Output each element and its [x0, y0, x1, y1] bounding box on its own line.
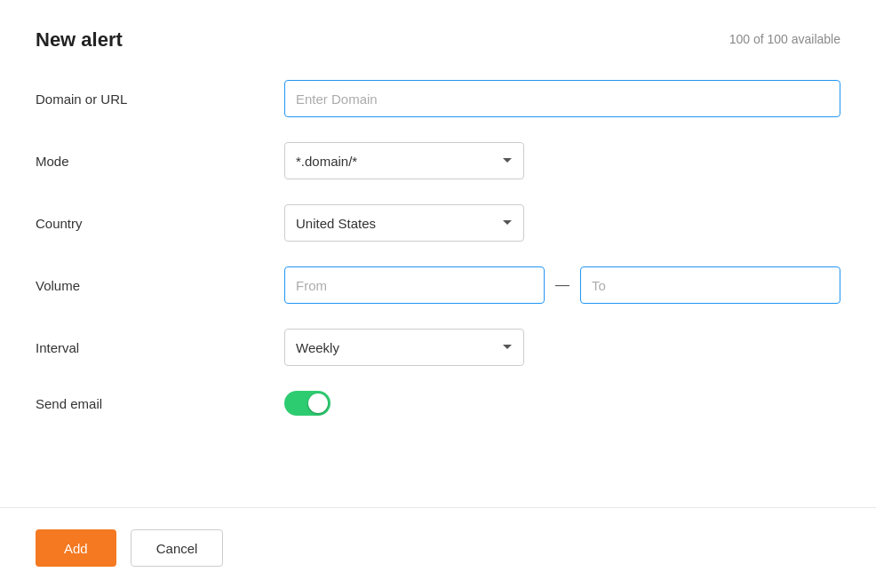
volume-label: Volume [36, 278, 284, 293]
country-select[interactable]: United States United Kingdom Canada Aust… [284, 204, 524, 242]
toggle-thumb [308, 393, 328, 413]
cancel-button[interactable]: Cancel [131, 529, 224, 567]
country-control: United States United Kingdom Canada Aust… [284, 204, 840, 242]
send-email-toggle[interactable] [284, 391, 330, 416]
domain-row: Domain or URL [36, 80, 840, 117]
add-button[interactable]: Add [36, 529, 116, 567]
toggle-wrapper [284, 391, 840, 416]
country-row: Country United States United Kingdom Can… [36, 204, 840, 242]
interval-row: Interval Daily Weekly Monthly [36, 329, 840, 366]
domain-label: Domain or URL [36, 91, 284, 107]
domain-input[interactable] [284, 80, 840, 117]
volume-row: Volume — [36, 266, 840, 304]
volume-control: — [284, 266, 840, 304]
mode-row: Mode *.domain/* *.domain domain/* domain [36, 142, 840, 179]
send-email-row: Send email [36, 391, 840, 416]
toggle-track [284, 391, 330, 416]
mode-control: *.domain/* *.domain domain/* domain [284, 142, 840, 179]
volume-separator: — [555, 277, 569, 293]
available-count: 100 of 100 available [729, 32, 840, 46]
send-email-label: Send email [36, 396, 284, 411]
interval-control: Daily Weekly Monthly [284, 329, 840, 366]
volume-from-input[interactable] [284, 266, 545, 304]
volume-range: — [284, 266, 840, 304]
dialog-footer: Add Cancel [0, 507, 876, 588]
send-email-control [284, 391, 840, 416]
volume-to-input[interactable] [580, 266, 840, 304]
mode-select[interactable]: *.domain/* *.domain domain/* domain [284, 142, 524, 179]
domain-control [284, 80, 840, 117]
country-label: Country [36, 216, 284, 231]
interval-label: Interval [36, 340, 284, 355]
dialog-title: New alert [36, 28, 123, 52]
dialog-body: New alert 100 of 100 available Domain or… [0, 0, 876, 507]
dialog-header: New alert 100 of 100 available [36, 28, 840, 52]
interval-select[interactable]: Daily Weekly Monthly [284, 329, 524, 366]
new-alert-dialog: New alert 100 of 100 available Domain or… [0, 0, 876, 588]
mode-label: Mode [36, 154, 284, 169]
